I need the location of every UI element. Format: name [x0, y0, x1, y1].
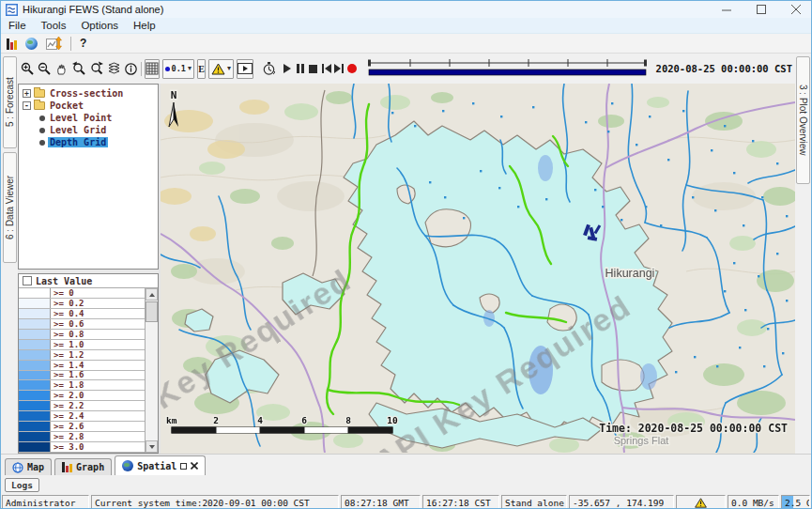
- folder-icon: [34, 89, 45, 98]
- step-first-button[interactable]: [321, 59, 331, 79]
- legend-row[interactable]: >= 3.0: [19, 442, 145, 453]
- step-last-button[interactable]: [334, 59, 345, 79]
- tree-item-level-grid[interactable]: Level Grid: [19, 124, 158, 136]
- tab-label: Map: [27, 462, 44, 472]
- legend-row[interactable]: >= 0.6: [19, 319, 145, 330]
- help-button[interactable]: ?: [80, 37, 86, 50]
- tab-graph[interactable]: Graph: [54, 458, 112, 475]
- pan-button[interactable]: [54, 59, 69, 79]
- maximize-icon: [757, 5, 766, 14]
- legend-row[interactable]: >= 2.8: [19, 432, 145, 442]
- status-warning-cell[interactable]: [676, 495, 726, 509]
- timeseries-icon[interactable]: [46, 37, 62, 51]
- info-button[interactable]: [124, 59, 138, 79]
- legend-row[interactable]: >= 0: [19, 288, 145, 299]
- tree-item-pocket[interactable]: - Pocket: [19, 100, 158, 112]
- animation-settings-button[interactable]: [262, 59, 276, 79]
- right-tab-strip: 3 : Plot Overview: [795, 54, 811, 454]
- legend-swatch: [19, 432, 51, 441]
- menu-help[interactable]: Help: [126, 18, 163, 33]
- north-label: N: [171, 89, 177, 101]
- app-window: Hikurangi FEWS (Stand alone) File Tools …: [0, 0, 812, 509]
- animation-movie-button[interactable]: [237, 59, 253, 79]
- play-icon: [283, 64, 291, 73]
- tab-plot-overview[interactable]: 3 : Plot Overview: [796, 56, 810, 184]
- maximize-button[interactable]: [746, 1, 776, 18]
- legend-row[interactable]: >= 0.2: [19, 299, 145, 309]
- legend-swatch: [19, 422, 51, 431]
- arrow-up-icon: [149, 293, 155, 297]
- layers-icon: [107, 62, 121, 75]
- legend-row[interactable]: >= 0.8: [19, 330, 145, 340]
- legend-row[interactable]: >= 2.0: [19, 391, 145, 401]
- last-value-checkbox[interactable]: [23, 276, 32, 285]
- legend-row[interactable]: >= 2.4: [19, 411, 145, 422]
- layers-button[interactable]: [107, 59, 121, 79]
- map-viewport[interactable]: API Key Required API Key Required Hikura…: [161, 84, 795, 454]
- zoom-out-button[interactable]: [38, 59, 52, 79]
- legend-row[interactable]: >= 0.4: [19, 309, 145, 319]
- status-warning-icon: [695, 498, 707, 508]
- collapse-icon[interactable]: -: [23, 101, 31, 110]
- map-display-icon[interactable]: [25, 38, 38, 50]
- tree-item-cross-section[interactable]: + Cross-section: [19, 87, 158, 100]
- database-icon[interactable]: [7, 38, 17, 50]
- play-button[interactable]: [283, 59, 293, 79]
- scrollbar-thumb[interactable]: [146, 301, 158, 322]
- tab-data-viewer[interactable]: 6 : Data Viewer: [3, 152, 17, 263]
- scroll-down-button[interactable]: [146, 440, 158, 453]
- menu-file[interactable]: File: [1, 18, 34, 33]
- svg-text:2: 2: [213, 415, 219, 425]
- record-icon: [347, 64, 357, 73]
- map-toolbar: 0.1 ▾ E ▾: [18, 54, 795, 84]
- menu-options[interactable]: Options: [73, 18, 126, 33]
- movie-icon: [237, 63, 253, 74]
- expand-icon[interactable]: +: [23, 89, 31, 98]
- thresholds-warning-dropdown[interactable]: ▾: [208, 59, 234, 79]
- info-icon: [124, 62, 138, 76]
- legend-label: >= 2.0: [51, 391, 84, 400]
- label-toggle-button[interactable]: E: [197, 59, 206, 79]
- zoom-previous-button[interactable]: [71, 59, 86, 79]
- menu-tools[interactable]: Tools: [34, 18, 74, 33]
- legend-row[interactable]: >= 2.6: [19, 422, 145, 432]
- record-button[interactable]: [347, 59, 358, 79]
- tab-maximize-icon[interactable]: [180, 463, 187, 470]
- time-slider[interactable]: [366, 55, 650, 82]
- stop-button[interactable]: [309, 59, 319, 79]
- left-panel: + Cross-section - Pocket Level Point: [18, 84, 159, 454]
- pause-button[interactable]: [296, 59, 306, 79]
- minimize-button[interactable]: [712, 1, 742, 18]
- tab-close-icon[interactable]: [191, 462, 198, 470]
- chevron-down-icon: ▾: [227, 65, 231, 72]
- legend-swatch: [19, 371, 51, 380]
- legend-scrollbar[interactable]: [145, 288, 158, 453]
- zoom-in-icon: [21, 62, 35, 76]
- legend-row[interactable]: >= 1.0: [19, 340, 145, 350]
- legend-row[interactable]: >= 2.2: [19, 401, 145, 411]
- skip-to-start-icon: [322, 64, 331, 73]
- tree-item-depth-grid[interactable]: Depth Grid: [19, 136, 158, 148]
- close-button[interactable]: [781, 1, 811, 18]
- legend-row[interactable]: >= 1.8: [19, 380, 145, 391]
- map-globe-icon: [12, 462, 23, 473]
- status-memory: 2.5 GB: [781, 495, 810, 509]
- svg-text:4: 4: [257, 415, 263, 425]
- tree-item-level-point[interactable]: Level Point: [19, 112, 158, 124]
- scroll-up-button[interactable]: [146, 288, 158, 301]
- map-canvas: API Key Required API Key Required Hikura…: [161, 84, 795, 453]
- tab-map[interactable]: Map: [5, 458, 52, 475]
- chevron-down-icon: ▾: [188, 65, 192, 72]
- grid-display-button[interactable]: [145, 59, 160, 79]
- tab-forecast[interactable]: 5 : Forecast: [3, 56, 17, 148]
- contour-threshold-dropdown[interactable]: 0.1 ▾: [162, 59, 194, 79]
- tab-spatial[interactable]: Spatial: [115, 455, 206, 475]
- zoom-next-button[interactable]: [89, 59, 104, 79]
- legend-row[interactable]: >= 1.2: [19, 350, 145, 361]
- zoom-in-button[interactable]: [21, 59, 35, 79]
- legend-label: >= 2.4: [51, 411, 84, 421]
- logs-button[interactable]: Logs: [5, 478, 39, 492]
- legend-row[interactable]: >= 1.4: [19, 361, 145, 371]
- legend-row[interactable]: >= 1.6: [19, 371, 145, 381]
- zoom-out-icon: [38, 62, 52, 76]
